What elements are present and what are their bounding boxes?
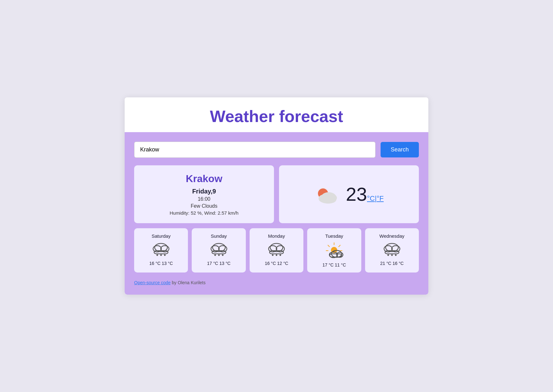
forecast-sunday: Sunday 17 °C 13 °C: [192, 228, 245, 273]
forecast-day-sunday: Sunday: [211, 233, 227, 239]
main-cards: Krakow Friday,9 16:00 Few Clouds Humidit…: [134, 165, 419, 223]
search-row: Search: [134, 142, 419, 158]
svg-point-4: [320, 196, 336, 204]
rain-icon-monday: [267, 242, 286, 258]
main-weather-icon: [314, 183, 339, 205]
city-name: Krakow: [186, 173, 222, 185]
svg-point-40: [387, 254, 389, 256]
forecast-day-monday: Monday: [268, 233, 285, 239]
svg-point-23: [272, 254, 273, 256]
forecast-day-saturday: Saturday: [152, 233, 171, 239]
svg-point-10: [160, 254, 162, 256]
svg-point-18: [222, 254, 223, 256]
unit-fahrenheit[interactable]: °F: [376, 194, 383, 202]
svg-point-9: [157, 254, 158, 256]
svg-rect-8: [154, 251, 168, 254]
rain-icon-sunday: [209, 242, 228, 258]
svg-point-25: [279, 254, 281, 256]
temperature-card: 23°C|°F: [279, 165, 419, 223]
forecast-temps-wednesday: 21 °C 16 °C: [380, 261, 404, 266]
partly-cloudy-icon-tuesday: [325, 242, 344, 259]
svg-line-27: [339, 245, 340, 247]
forecast-temps-monday: 16 °C 12 °C: [265, 261, 288, 266]
forecast-day-wednesday: Wednesday: [379, 233, 404, 239]
forecast-temps-sunday: 17 °C 13 °C: [207, 261, 230, 266]
footer: Open-source code by Olena Kurilets: [134, 279, 419, 285]
app-header: Weather forecast: [125, 97, 428, 132]
current-condition: Few Clouds: [191, 203, 217, 209]
svg-point-16: [214, 254, 216, 256]
temperature-display: 23°C|°F: [346, 183, 383, 205]
forecast-wednesday: Wednesday 21 °C 16 °C: [365, 228, 419, 273]
svg-point-11: [164, 254, 166, 256]
forecast-day-tuesday: Tuesday: [325, 233, 343, 239]
current-details: Humidity: 52 %, Wind: 2.57 km/h: [170, 210, 239, 216]
unit-celsius[interactable]: °C: [367, 194, 375, 202]
app-container: Weather forecast Search Krakow Friday,9 …: [125, 97, 428, 295]
forecast-temps-saturday: 16 °C 13 °C: [149, 261, 173, 266]
svg-point-24: [276, 254, 277, 256]
rain-icon-saturday: [152, 242, 171, 258]
svg-point-42: [395, 254, 396, 256]
current-day: Friday,9: [192, 188, 216, 195]
forecast-saturday: Saturday 16 °C 13 °C: [134, 228, 188, 273]
forecast-temps-tuesday: 17 °C 11 °C: [322, 262, 346, 267]
rain-icon-wednesday: [382, 242, 401, 258]
open-source-link[interactable]: Open-source code: [134, 280, 171, 285]
forecast-tuesday: Tuesday 17 °C 11 °C: [307, 228, 361, 273]
svg-rect-22: [270, 251, 283, 254]
svg-line-29: [328, 245, 330, 247]
search-input[interactable]: [134, 142, 376, 158]
svg-rect-39: [385, 251, 399, 254]
svg-rect-15: [212, 251, 226, 254]
app-title: Weather forecast: [131, 107, 422, 126]
temp-units: °C|°F: [367, 194, 384, 202]
search-button[interactable]: Search: [381, 142, 419, 157]
forecast-row: Saturday 16 °C 13 °C Sunday: [134, 228, 419, 273]
temp-value: 23: [346, 184, 367, 205]
forecast-monday: Monday 16 °C 12 °C: [250, 228, 303, 273]
footer-suffix: by Olena Kurilets: [171, 280, 206, 285]
svg-point-17: [218, 254, 220, 256]
svg-point-41: [391, 254, 393, 256]
current-time: 16:00: [198, 196, 210, 202]
app-body: Search Krakow Friday,9 16:00 Few Clouds …: [125, 132, 428, 295]
city-info-card: Krakow Friday,9 16:00 Few Clouds Humidit…: [134, 165, 274, 223]
